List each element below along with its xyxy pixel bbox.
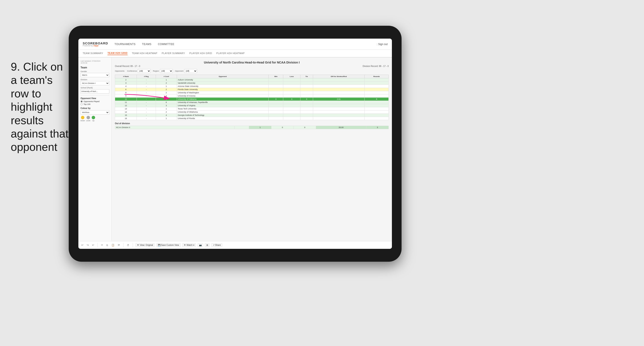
share-label: Share — [215, 244, 221, 246]
school-value[interactable]: University of Nort... — [80, 89, 109, 93]
cell-loss — [283, 117, 300, 120]
save-custom-btn[interactable]: 💾 Save Custom View — [156, 243, 180, 247]
cell-conf: 1 — [156, 85, 177, 88]
table-row[interactable]: 11 - 5 University of Alabama 3 0 0 2.61 … — [115, 98, 389, 101]
cell-conf: 1 — [156, 107, 177, 110]
cell-reg: - — [137, 91, 156, 94]
table-row[interactable]: 9 - 3 University of Arizona — [115, 94, 389, 98]
logo-powered: Powered by clippi — [83, 45, 108, 47]
refresh-btn[interactable]: ⟳ — [117, 243, 121, 247]
tablet-shell: SCOREBOARD Powered by clippi TOURNAMENTS… — [69, 26, 402, 262]
watch-label: Watch ▾ — [186, 244, 194, 246]
redo-btn[interactable]: ↪ — [86, 243, 90, 247]
cell-conf: 1 — [156, 117, 177, 120]
out-of-division-row[interactable]: NCAA Division II 1 0 0 26.00 3 — [115, 126, 389, 129]
cell-rounds: 8 — [365, 98, 389, 101]
cell-reg: - — [137, 88, 156, 91]
tab-team-h2h-grid[interactable]: TEAM H2H GRID — [108, 52, 128, 55]
cell-rounds — [365, 81, 389, 85]
tab-player-summary[interactable]: PLAYER SUMMARY — [162, 52, 185, 55]
legend-level: Level — [86, 116, 90, 122]
radio-opponents-played[interactable]: Opponents Played — [80, 100, 109, 102]
cell-conf: 2 — [156, 81, 177, 85]
table-row[interactable]: 2 - 1 Auburn University — [115, 78, 389, 81]
copy-btn[interactable]: ⎘ — [106, 244, 109, 247]
conference-filter: Conference (All) — [127, 69, 151, 73]
cell-opponent: University of Alabama — [177, 98, 269, 101]
cell-diff — [313, 104, 365, 107]
share-btn[interactable]: ↗ Share — [211, 243, 222, 247]
cell-diff — [313, 114, 365, 117]
cell-win — [269, 117, 283, 120]
region-select[interactable]: (All) — [160, 69, 173, 73]
tab-team-summary[interactable]: TEAM SUMMARY — [83, 52, 103, 55]
cell-conf: 1 — [156, 78, 177, 81]
cell-diff — [313, 88, 365, 91]
conference-label: Conference — [127, 70, 137, 72]
table-row[interactable]: 3 - 2 Vanderbilt University — [115, 81, 389, 85]
table-row[interactable]: 12 - 3 University of Virginia — [115, 104, 389, 107]
cut-btn[interactable]: ✂ — [100, 243, 104, 247]
table-row[interactable]: 6 - 2 Florida State University — [115, 88, 389, 91]
table-row[interactable]: 15 - 4 Georgia Institute of Technology — [115, 114, 389, 117]
conference-select[interactable]: (All) — [138, 69, 151, 73]
cell-rounds — [365, 91, 389, 94]
cell-reg: - — [137, 98, 156, 101]
clock-btn[interactable]: ⏱ — [126, 244, 130, 247]
camera-btn[interactable]: 📷 — [198, 243, 203, 247]
table-row[interactable]: 11 - 6 University of Arkansas, Fayettevi… — [115, 101, 389, 104]
cell-diff — [313, 107, 365, 110]
radio-top100[interactable]: Top 100 — [80, 103, 109, 105]
cell-diff — [313, 94, 365, 98]
table-row[interactable]: 16 - 1 University of Florida — [115, 117, 389, 120]
opponent-select[interactable]: (All) — [184, 69, 197, 73]
tab-team-h2h-heatmap[interactable]: TEAM H2H HEATMAP — [132, 52, 158, 55]
ood-rounds: 3 — [366, 126, 388, 129]
cell-conf: 5 — [156, 98, 177, 101]
cell-reg: - — [137, 81, 156, 85]
colour-by-select[interactable]: Win/loss — [80, 110, 109, 115]
gender-select[interactable]: Men's — [80, 73, 109, 77]
cell-win — [269, 101, 283, 104]
sign-out-link[interactable]: Sign out — [377, 43, 388, 46]
grid-btn[interactable]: ⊞ — [205, 243, 210, 247]
nav-committee[interactable]: COMMITTEE — [158, 43, 174, 46]
cell-rank: 14 — [115, 110, 137, 114]
instruction-text: 9. Click on a team's row to highlight re… — [11, 60, 71, 154]
cell-rank: 15 — [115, 114, 137, 117]
table-row[interactable]: 14 - 2 University of Oklahoma — [115, 110, 389, 114]
cell-reg: - — [137, 78, 156, 81]
cell-win — [269, 94, 283, 98]
cell-rank: 12 — [115, 104, 137, 107]
undo2-btn[interactable]: ↩ — [91, 243, 95, 247]
cell-conf: 2 — [156, 91, 177, 94]
cell-win — [269, 114, 283, 117]
gender-label: Gender — [80, 70, 109, 72]
cell-win — [269, 85, 283, 88]
ood-win: 1 — [249, 126, 271, 129]
table-row[interactable]: 8 - 2 University of Washington — [115, 91, 389, 94]
view-original-btn[interactable]: 👁 View: Original — [136, 243, 154, 247]
cell-tie — [300, 114, 313, 117]
tab-player-h2h-heatmap[interactable]: PLAYER H2H HEATMAP — [216, 52, 244, 55]
cell-opponent: Vanderbilt University — [177, 81, 269, 85]
cell-rank: 16 — [115, 117, 137, 120]
paste-btn[interactable]: 📋 — [110, 243, 115, 247]
cell-rank: 13 — [115, 107, 137, 110]
watch-btn[interactable]: 👁 Watch ▾ — [182, 243, 196, 247]
nav-tournaments[interactable]: TOURNAMENTS — [114, 43, 136, 46]
nav-items: TOURNAMENTS TEAMS COMMITTEE — [114, 43, 377, 46]
nav-teams[interactable]: TEAMS — [142, 43, 152, 46]
cell-loss — [283, 101, 300, 104]
tab-player-h2h-grid[interactable]: PLAYER H2H GRID — [190, 52, 212, 55]
division-select[interactable]: NCAA Division I — [80, 81, 109, 85]
cell-rank: 4 — [115, 85, 137, 88]
table-row[interactable]: 4 - 1 Arizona State University — [115, 85, 389, 88]
undo-btn[interactable]: ↩ — [80, 243, 84, 247]
cell-reg: - — [137, 94, 156, 98]
table-row[interactable]: 13 - 1 Texas Tech University — [115, 107, 389, 110]
sidebar: Last Updated: 27/03/2024 16:55:38 Team G… — [78, 57, 112, 241]
cell-diff — [313, 91, 365, 94]
radio-dot-top100 — [80, 103, 83, 105]
cell-tie: 0 — [300, 98, 313, 101]
